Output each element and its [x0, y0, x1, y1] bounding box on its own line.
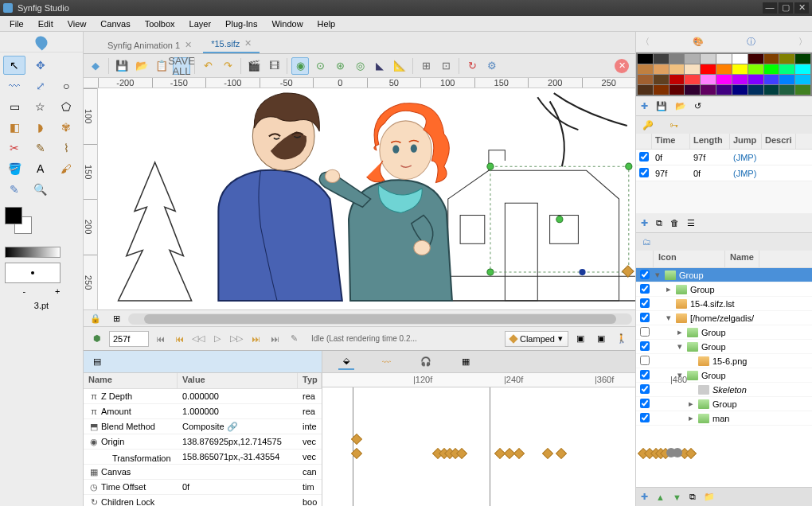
star-tool[interactable]: ☆	[29, 97, 52, 116]
layer-visible-checkbox[interactable]	[640, 384, 650, 394]
saveall-icon[interactable]: SAVE ALL	[173, 57, 190, 75]
palette-swatch[interactable]	[638, 54, 653, 64]
cut-tool[interactable]: ✂	[3, 138, 25, 158]
empty-tool[interactable]	[55, 56, 77, 75]
menu-view[interactable]: View	[61, 18, 93, 30]
param-row[interactable]: πAmount1.000000rea	[84, 404, 322, 419]
palette-swatch[interactable]	[748, 54, 763, 64]
palette-swatch[interactable]	[716, 75, 732, 84]
eyedrop-tool[interactable]: ✎	[3, 180, 25, 199]
palette-swatch[interactable]	[654, 75, 669, 84]
brush-smaller[interactable]: -	[22, 286, 25, 296]
palette-swatch[interactable]	[748, 64, 763, 74]
layer-row[interactable]: ▾Group	[636, 368, 812, 383]
open-icon[interactable]: 📂	[133, 57, 150, 75]
timeline-keyframe[interactable]	[556, 448, 567, 459]
palette-swatch[interactable]	[732, 85, 748, 95]
open-palette-icon[interactable]: 📂	[675, 101, 686, 111]
layer-row[interactable]: ▸Group	[636, 397, 812, 411]
shield-icon[interactable]: ⬢	[88, 330, 106, 348]
text-tool[interactable]: A	[29, 159, 52, 178]
lock-icon[interactable]: 🔒	[87, 310, 104, 326]
layer-row[interactable]: Skeleton	[636, 383, 812, 397]
brush-icon[interactable]: ✎	[286, 331, 302, 347]
palette-swatch[interactable]	[670, 75, 685, 84]
menu-plug-ins[interactable]: Plug-Ins	[219, 18, 264, 30]
kf-add-icon[interactable]: ✚	[641, 218, 648, 228]
palette-swatch[interactable]	[795, 54, 810, 64]
synfig-icon[interactable]: ◆	[87, 57, 104, 75]
palette-swatch[interactable]	[716, 85, 732, 95]
redo-icon[interactable]: ↷	[219, 57, 236, 75]
layer-visible-checkbox[interactable]	[640, 298, 650, 308]
palette-swatch[interactable]	[779, 64, 794, 74]
timetrack-tab-icon[interactable]: ⬙	[338, 354, 354, 370]
palette-swatch[interactable]	[716, 64, 732, 74]
kf-header-length[interactable]: Length	[690, 134, 730, 149]
current-frame-input[interactable]	[109, 331, 149, 347]
palette-swatch[interactable]	[701, 75, 716, 84]
add-color-icon[interactable]: ✚	[641, 101, 648, 111]
region-tool[interactable]: ◗	[29, 118, 52, 137]
palette-swatch[interactable]	[701, 64, 716, 74]
gradient-tool[interactable]: ◧	[3, 118, 25, 137]
timeline-keyframe[interactable]	[542, 448, 553, 459]
layers-header-name[interactable]: Name	[725, 251, 759, 267]
layers-header-icon[interactable]: Icon	[654, 251, 725, 267]
layer-row[interactable]: ▸Group	[636, 282, 812, 297]
menu-layer[interactable]: Layer	[183, 18, 218, 30]
palette-swatch[interactable]	[764, 75, 779, 84]
animate-icon[interactable]: 🚶	[613, 330, 630, 348]
gear-icon[interactable]: ⚙	[483, 57, 501, 75]
menu-toolbox[interactable]: Toolbox	[139, 18, 182, 30]
layer-up-icon[interactable]: ▲	[656, 492, 665, 502]
minimize-button[interactable]: —	[763, 2, 777, 14]
layer-visible-checkbox[interactable]	[640, 313, 650, 322]
layer-row[interactable]: 15-6.png	[636, 354, 812, 368]
palette-swatch[interactable]	[685, 75, 700, 84]
foreground-color[interactable]	[5, 207, 22, 224]
render-icon[interactable]: 🎬	[245, 57, 263, 75]
palette-swatch[interactable]	[701, 54, 716, 64]
palette-swatch[interactable]	[764, 85, 779, 95]
keyframe-row[interactable]: 97f0f(JMP)	[636, 165, 812, 181]
params-header-type[interactable]: Typ	[298, 373, 322, 388]
palette-swatch[interactable]	[654, 85, 669, 95]
sound-tab-icon[interactable]: 🎧	[418, 354, 434, 370]
document-tab[interactable]: *15.sifz✕	[203, 35, 260, 53]
kf-marker[interactable]	[490, 387, 490, 506]
layer-visible-checkbox[interactable]	[640, 341, 650, 351]
layer-row[interactable]: ▸man	[636, 411, 812, 426]
kf-marker[interactable]	[353, 387, 353, 506]
palette-swatch[interactable]	[638, 85, 653, 95]
pencil-tool[interactable]: ✎	[29, 138, 52, 158]
layer-visible-checkbox[interactable]	[640, 327, 650, 337]
param-row[interactable]: ⬒Blend MethodComposite 🔗inte	[84, 419, 322, 434]
guides-icon[interactable]: ◎	[351, 57, 369, 75]
tab-close-icon[interactable]: ✕	[185, 40, 192, 50]
menu-file[interactable]: File	[3, 18, 30, 30]
layer-visible-checkbox[interactable]	[640, 270, 650, 279]
layer-visible-checkbox[interactable]	[640, 356, 650, 365]
menu-help[interactable]: Help	[311, 18, 342, 30]
layer-expand-icon[interactable]: ▾	[665, 313, 673, 323]
transform-tool[interactable]: ✥	[29, 56, 52, 75]
param-row[interactable]: ↻Children Lockboo	[84, 495, 322, 506]
plant-tool[interactable]: ✾	[55, 118, 77, 137]
params-tab-icon[interactable]: ▤	[88, 353, 106, 371]
play-icon[interactable]: ▷	[209, 331, 225, 347]
timeline-waypoint[interactable]	[673, 448, 682, 457]
layer-row[interactable]: ▾[/home/zelgadis/	[636, 311, 812, 325]
layer-visible-checkbox[interactable]	[640, 413, 650, 422]
layer-visible-checkbox[interactable]	[640, 284, 650, 294]
mask-icon[interactable]: ◣	[371, 57, 388, 75]
palette-swatch[interactable]	[779, 85, 794, 95]
rect-tool[interactable]: ▭	[3, 97, 25, 116]
palette-swatch[interactable]	[795, 64, 810, 74]
close-button[interactable]: ✕	[794, 2, 809, 14]
gradient-preview[interactable]	[5, 247, 61, 258]
onion-icon[interactable]: ◉	[291, 57, 309, 75]
maximize-button[interactable]: ▢	[779, 2, 793, 14]
save-icon[interactable]: 💾	[113, 57, 131, 75]
brush-larger[interactable]: +	[55, 286, 60, 296]
